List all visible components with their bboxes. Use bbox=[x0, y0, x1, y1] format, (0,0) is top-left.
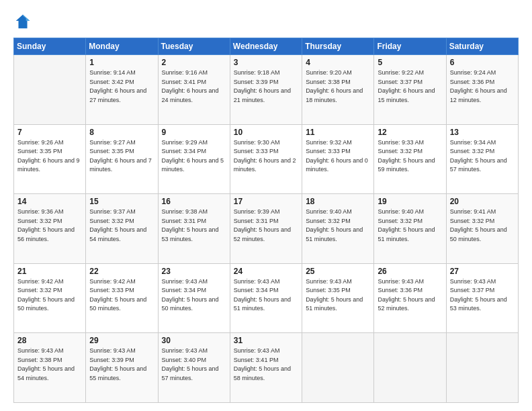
daylight: Daylight: 5 hours and 50 minutes. bbox=[17, 296, 75, 312]
day-info: Sunrise: 9:42 AM Sunset: 3:33 PM Dayligh… bbox=[89, 277, 154, 314]
day-number: 14 bbox=[17, 197, 82, 206]
day-info: Sunrise: 9:43 AM Sunset: 3:39 PM Dayligh… bbox=[89, 347, 154, 383]
day-cell: 29 Sunrise: 9:43 AM Sunset: 3:39 PM Dayl… bbox=[86, 333, 158, 403]
day-info: Sunrise: 9:38 AM Sunset: 3:31 PM Dayligh… bbox=[162, 208, 226, 244]
day-cell: 22 Sunrise: 9:42 AM Sunset: 3:33 PM Dayl… bbox=[86, 263, 158, 333]
day-cell: 6 Sunrise: 9:24 AM Sunset: 3:36 PM Dayli… bbox=[446, 55, 518, 125]
day-cell: 23 Sunrise: 9:43 AM Sunset: 3:34 PM Dayl… bbox=[158, 263, 230, 333]
sunset: Sunset: 3:41 PM bbox=[162, 79, 207, 85]
day-number: 25 bbox=[306, 267, 370, 276]
day-cell: 25 Sunrise: 9:43 AM Sunset: 3:35 PM Dayl… bbox=[302, 263, 374, 333]
day-info: Sunrise: 9:29 AM Sunset: 3:34 PM Dayligh… bbox=[162, 138, 226, 175]
day-info: Sunrise: 9:24 AM Sunset: 3:36 PM Dayligh… bbox=[450, 68, 515, 105]
day-number: 8 bbox=[89, 128, 154, 137]
day-number: 22 bbox=[89, 267, 154, 276]
day-number: 9 bbox=[162, 128, 226, 137]
sunrise: Sunrise: 9:34 AM bbox=[450, 139, 496, 146]
sunset: Sunset: 3:38 PM bbox=[306, 79, 351, 85]
week-row-5: 28 Sunrise: 9:43 AM Sunset: 3:38 PM Dayl… bbox=[14, 333, 519, 403]
sunset: Sunset: 3:39 PM bbox=[89, 357, 134, 363]
day-cell: 28 Sunrise: 9:43 AM Sunset: 3:38 PM Dayl… bbox=[14, 333, 86, 403]
sunrise: Sunrise: 9:38 AM bbox=[162, 208, 208, 215]
day-number: 18 bbox=[306, 197, 370, 206]
daylight: Daylight: 6 hours and 9 minutes. bbox=[17, 157, 80, 173]
day-info: Sunrise: 9:32 AM Sunset: 3:33 PM Dayligh… bbox=[306, 138, 370, 175]
day-info: Sunrise: 9:43 AM Sunset: 3:36 PM Dayligh… bbox=[378, 277, 442, 314]
sunrise: Sunrise: 9:18 AM bbox=[234, 69, 280, 76]
day-cell: 12 Sunrise: 9:33 AM Sunset: 3:32 PM Dayl… bbox=[374, 124, 446, 194]
day-number: 17 bbox=[234, 197, 298, 206]
day-cell: 4 Sunrise: 9:20 AM Sunset: 3:38 PM Dayli… bbox=[302, 55, 374, 125]
daylight: Daylight: 6 hours and 27 minutes. bbox=[89, 87, 146, 103]
day-cell: 2 Sunrise: 9:16 AM Sunset: 3:41 PM Dayli… bbox=[158, 55, 230, 125]
sunrise: Sunrise: 9:20 AM bbox=[306, 69, 352, 76]
sunset: Sunset: 3:34 PM bbox=[162, 148, 207, 154]
day-number: 24 bbox=[234, 267, 298, 276]
daylight: Daylight: 5 hours and 51 minutes. bbox=[234, 296, 291, 312]
daylight: Daylight: 5 hours and 59 minutes. bbox=[378, 157, 435, 173]
sunrise: Sunrise: 9:41 AM bbox=[450, 208, 496, 215]
day-info: Sunrise: 9:43 AM Sunset: 3:34 PM Dayligh… bbox=[162, 277, 226, 314]
weekday-monday: Monday bbox=[86, 38, 158, 55]
svg-marker-0 bbox=[16, 15, 30, 29]
day-info: Sunrise: 9:36 AM Sunset: 3:32 PM Dayligh… bbox=[17, 208, 82, 244]
daylight: Daylight: 5 hours and 54 minutes. bbox=[89, 226, 146, 242]
daylight: Daylight: 6 hours and 7 minutes. bbox=[89, 157, 152, 173]
sunrise: Sunrise: 9:43 AM bbox=[378, 278, 424, 285]
sunrise: Sunrise: 9:27 AM bbox=[89, 139, 136, 146]
day-number: 4 bbox=[306, 58, 370, 67]
week-row-4: 21 Sunrise: 9:42 AM Sunset: 3:32 PM Dayl… bbox=[14, 263, 519, 333]
sunrise: Sunrise: 9:24 AM bbox=[450, 69, 496, 76]
sunrise: Sunrise: 9:14 AM bbox=[89, 69, 136, 76]
day-info: Sunrise: 9:43 AM Sunset: 3:37 PM Dayligh… bbox=[450, 277, 515, 314]
sunset: Sunset: 3:32 PM bbox=[450, 218, 495, 224]
sunset: Sunset: 3:33 PM bbox=[89, 287, 134, 293]
sunset: Sunset: 3:37 PM bbox=[378, 79, 423, 85]
day-info: Sunrise: 9:14 AM Sunset: 3:42 PM Dayligh… bbox=[89, 68, 154, 105]
sunrise: Sunrise: 9:43 AM bbox=[234, 347, 280, 354]
day-cell: 30 Sunrise: 9:43 AM Sunset: 3:40 PM Dayl… bbox=[158, 333, 230, 403]
sunset: Sunset: 3:36 PM bbox=[378, 287, 423, 293]
sunset: Sunset: 3:32 PM bbox=[17, 287, 62, 293]
day-number: 13 bbox=[450, 128, 515, 137]
day-cell: 17 Sunrise: 9:39 AM Sunset: 3:31 PM Dayl… bbox=[230, 194, 302, 264]
day-info: Sunrise: 9:43 AM Sunset: 3:38 PM Dayligh… bbox=[17, 347, 82, 383]
calendar: SundayMondayTuesdayWednesdayThursdayFrid… bbox=[13, 38, 519, 403]
sunset: Sunset: 3:32 PM bbox=[378, 218, 423, 224]
daylight: Daylight: 5 hours and 54 minutes. bbox=[17, 365, 75, 381]
day-cell: 19 Sunrise: 9:40 AM Sunset: 3:32 PM Dayl… bbox=[374, 194, 446, 264]
day-cell: 14 Sunrise: 9:36 AM Sunset: 3:32 PM Dayl… bbox=[14, 194, 86, 264]
daylight: Daylight: 6 hours and 2 minutes. bbox=[234, 157, 296, 173]
day-cell: 18 Sunrise: 9:40 AM Sunset: 3:32 PM Dayl… bbox=[302, 194, 374, 264]
day-info: Sunrise: 9:18 AM Sunset: 3:39 PM Dayligh… bbox=[234, 68, 298, 105]
day-number: 29 bbox=[89, 336, 154, 345]
day-number: 30 bbox=[162, 336, 226, 345]
day-cell: 20 Sunrise: 9:41 AM Sunset: 3:32 PM Dayl… bbox=[446, 194, 518, 264]
sunrise: Sunrise: 9:42 AM bbox=[17, 278, 64, 285]
day-cell: 27 Sunrise: 9:43 AM Sunset: 3:37 PM Dayl… bbox=[446, 263, 518, 333]
day-cell: 31 Sunrise: 9:43 AM Sunset: 3:41 PM Dayl… bbox=[230, 333, 302, 403]
daylight: Daylight: 5 hours and 51 minutes. bbox=[306, 226, 363, 242]
sunset: Sunset: 3:35 PM bbox=[306, 287, 351, 293]
day-info: Sunrise: 9:30 AM Sunset: 3:33 PM Dayligh… bbox=[234, 138, 298, 175]
day-info: Sunrise: 9:37 AM Sunset: 3:32 PM Dayligh… bbox=[89, 208, 154, 244]
daylight: Daylight: 5 hours and 51 minutes. bbox=[306, 296, 363, 312]
sunset: Sunset: 3:41 PM bbox=[234, 357, 279, 363]
day-cell: 9 Sunrise: 9:29 AM Sunset: 3:34 PM Dayli… bbox=[158, 124, 230, 194]
day-number: 21 bbox=[17, 267, 82, 276]
daylight: Daylight: 5 hours and 56 minutes. bbox=[17, 226, 75, 242]
sunrise: Sunrise: 9:36 AM bbox=[17, 208, 64, 215]
daylight: Daylight: 5 hours and 52 minutes. bbox=[234, 226, 291, 242]
day-info: Sunrise: 9:40 AM Sunset: 3:32 PM Dayligh… bbox=[378, 208, 442, 244]
sunrise: Sunrise: 9:33 AM bbox=[378, 139, 424, 146]
day-info: Sunrise: 9:34 AM Sunset: 3:32 PM Dayligh… bbox=[450, 138, 515, 175]
daylight: Daylight: 5 hours and 53 minutes. bbox=[162, 226, 219, 242]
day-cell: 15 Sunrise: 9:37 AM Sunset: 3:32 PM Dayl… bbox=[86, 194, 158, 264]
daylight: Daylight: 6 hours and 15 minutes. bbox=[378, 87, 435, 103]
sunrise: Sunrise: 9:42 AM bbox=[89, 278, 136, 285]
daylight: Daylight: 5 hours and 58 minutes. bbox=[234, 365, 291, 381]
day-number: 10 bbox=[234, 128, 298, 137]
sunset: Sunset: 3:38 PM bbox=[17, 357, 62, 363]
day-info: Sunrise: 9:33 AM Sunset: 3:32 PM Dayligh… bbox=[378, 138, 442, 175]
day-info: Sunrise: 9:42 AM Sunset: 3:32 PM Dayligh… bbox=[17, 277, 82, 314]
